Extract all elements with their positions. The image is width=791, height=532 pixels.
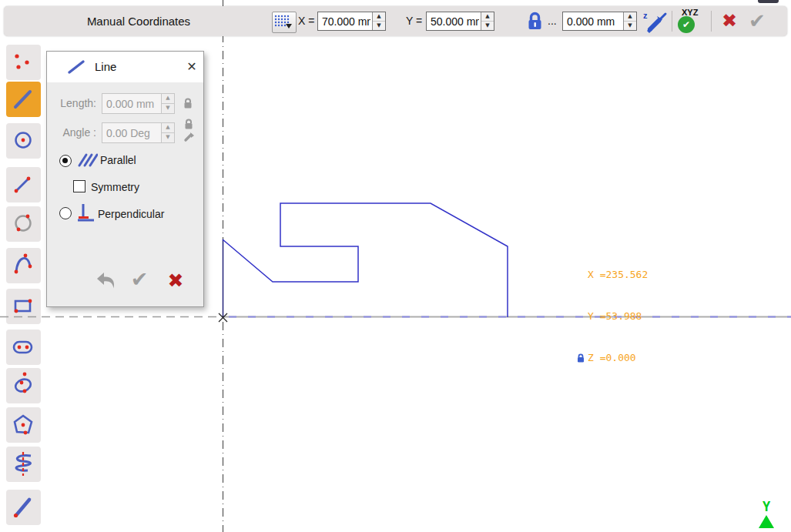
undo-button[interactable] bbox=[95, 269, 118, 293]
green-check-circle-icon: ✔ bbox=[678, 16, 695, 33]
toolbar-title: Manual Coordinates bbox=[77, 6, 200, 36]
toolbar-separator-1 bbox=[672, 11, 672, 32]
x-coordinate-input[interactable] bbox=[318, 12, 372, 30]
y-axis-arrow-icon bbox=[759, 515, 774, 528]
cursor-coordinate-readout: X =235.562 Y =53.988 Z =0.000 bbox=[576, 240, 648, 379]
angle-spin-up[interactable]: ▲ bbox=[162, 123, 174, 132]
dialog-cancel-button[interactable]: ✖ bbox=[163, 269, 188, 293]
parallel-radio[interactable] bbox=[59, 155, 72, 167]
offset-field: ▲ ▼ bbox=[562, 12, 637, 31]
readout-x: X =235.562 bbox=[576, 268, 648, 282]
y-spin-up[interactable]: ▲ bbox=[481, 12, 494, 21]
offset-input[interactable] bbox=[563, 12, 623, 30]
angle-pick-icon[interactable] bbox=[183, 131, 195, 142]
grid-icon bbox=[273, 12, 294, 31]
angle-label: Angle : bbox=[47, 122, 96, 143]
dialog-close-button[interactable]: ✕ bbox=[183, 58, 201, 76]
offset-spinner[interactable]: ▲ ▼ bbox=[623, 12, 636, 30]
perpendicular-icon bbox=[75, 202, 96, 223]
readout-z: Z =0.000 bbox=[588, 351, 636, 365]
length-spinner[interactable]: ▲ ▼ bbox=[161, 94, 174, 113]
offset-spin-up[interactable]: ▲ bbox=[624, 12, 636, 21]
y-axis-indicator: Y bbox=[758, 500, 775, 528]
z-lock-icon bbox=[576, 353, 585, 363]
y-spin-down[interactable]: ▼ bbox=[481, 21, 494, 30]
manual-coordinates-toolbar: Manual Coordinates X = ▲ ▼ Y = ▲ ▼ bbox=[4, 6, 787, 36]
symmetry-checkbox[interactable] bbox=[73, 180, 85, 192]
ellipsis-label: ... bbox=[548, 6, 557, 36]
parallel-radio-dot bbox=[62, 158, 68, 163]
dialog-title: Line bbox=[95, 52, 116, 82]
dialog-line-icon bbox=[67, 59, 87, 75]
length-label: Length: bbox=[47, 93, 96, 114]
z-pick-eyedropper-icon[interactable]: z bbox=[642, 8, 669, 35]
symmetry-label: Symmetry bbox=[91, 179, 139, 195]
length-input[interactable] bbox=[102, 94, 161, 113]
parallel-label: Parallel bbox=[100, 152, 136, 168]
dialog-accept-button[interactable]: ✔ bbox=[127, 267, 152, 292]
y-coordinate-field: ▲ ▼ bbox=[426, 12, 494, 31]
x-coordinate-field: ▲ ▼ bbox=[317, 12, 386, 31]
y-spinner[interactable]: ▲ ▼ bbox=[481, 12, 494, 30]
angle-spin-down[interactable]: ▼ bbox=[162, 132, 174, 142]
y-coordinate-input[interactable] bbox=[427, 12, 481, 30]
grid-snap-button[interactable] bbox=[272, 12, 297, 33]
perpendicular-label: Perpendicular bbox=[98, 206, 164, 222]
length-field: ▲ ▼ bbox=[102, 93, 175, 114]
toolbar-separator-2 bbox=[711, 11, 712, 32]
length-lock-icon bbox=[183, 97, 193, 109]
x-spin-up[interactable]: ▲ bbox=[373, 12, 385, 21]
accept-button[interactable]: ✔ bbox=[743, 9, 771, 33]
length-spin-down[interactable]: ▼ bbox=[162, 103, 174, 113]
perpendicular-radio[interactable] bbox=[59, 207, 72, 219]
y-coordinate-label: Y = bbox=[406, 6, 422, 36]
angle-field: ▲ ▼ bbox=[102, 122, 175, 143]
readout-y: Y =53.988 bbox=[576, 309, 648, 323]
y-axis-label: Y bbox=[758, 500, 775, 514]
x-spin-down[interactable]: ▼ bbox=[373, 21, 385, 30]
cancel-button[interactable]: ✖ bbox=[716, 9, 742, 33]
angle-spinner[interactable]: ▲ ▼ bbox=[161, 123, 174, 142]
length-spin-up[interactable]: ▲ bbox=[162, 94, 174, 103]
profile-polyline bbox=[223, 203, 508, 317]
parallel-icon bbox=[77, 152, 98, 168]
svg-text:z: z bbox=[643, 11, 648, 20]
dropdown-arrow-icon bbox=[286, 24, 292, 28]
x-spinner[interactable]: ▲ ▼ bbox=[372, 12, 385, 30]
angle-input[interactable] bbox=[102, 123, 161, 142]
offset-spin-down[interactable]: ▼ bbox=[624, 21, 636, 30]
x-coordinate-label: X = bbox=[298, 6, 314, 36]
cropped-top-element bbox=[758, 0, 779, 3]
angle-lock-icon bbox=[183, 118, 194, 130]
xyz-confirm-button[interactable]: XYZ ✔ bbox=[676, 8, 707, 35]
lock-icon[interactable] bbox=[526, 11, 544, 32]
line-dialog: Line ✕ Length: ▲ ▼ Angle : ▲ ▼ Par bbox=[46, 51, 204, 307]
